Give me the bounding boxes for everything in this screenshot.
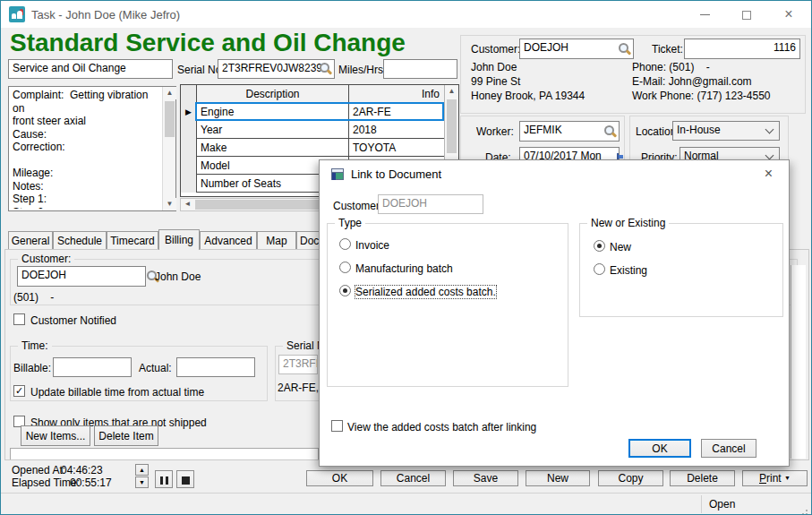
dialog-customer-label: Customer:	[333, 200, 382, 212]
tab-schedule[interactable]: Schedule	[53, 231, 107, 249]
close-icon: ×	[765, 166, 773, 181]
customer-street: 99 Pine St	[471, 75, 520, 88]
radio-new-label[interactable]: New	[610, 241, 631, 253]
actual-label: Actual:	[139, 362, 172, 374]
dialog-close-button[interactable]: ×	[748, 160, 789, 187]
minimize-button[interactable]	[684, 1, 725, 28]
resize-grip[interactable]	[806, 510, 808, 511]
radio-manufacturing-batch[interactable]	[339, 262, 351, 273]
check-icon: ✓	[15, 385, 23, 396]
serial-number-info: 2AR-FE, 2	[278, 382, 319, 394]
time-group-label: Time:	[18, 339, 52, 352]
pause-timer-button[interactable]	[155, 470, 173, 488]
print-button-label: Print	[759, 472, 782, 485]
elapsed-time-value: 00:55:17	[70, 476, 112, 489]
close-button[interactable]: ×	[768, 1, 809, 28]
dialog-cancel-button[interactable]: Cancel	[701, 439, 756, 458]
view-after-linking-label: View the added costs batch after linking	[347, 421, 536, 433]
delete-item-button[interactable]: Delete Item	[94, 425, 158, 446]
dialog-title: Link to Document	[351, 167, 441, 181]
save-button[interactable]: Save	[453, 470, 518, 486]
notes-box[interactable]: Complaint: Getting vibration on front st…	[8, 86, 176, 211]
row-selector[interactable]	[181, 121, 197, 139]
customer-code-input[interactable]: DOEJOH	[519, 39, 634, 59]
ok-button[interactable]: OK	[306, 470, 373, 486]
tab-advanced[interactable]: Advanced	[200, 231, 257, 249]
radio-manufacturing-batch-label[interactable]: Manufacturing batch	[355, 262, 453, 275]
stop-timer-button[interactable]	[176, 470, 194, 488]
grid-col-description[interactable]: Description	[197, 85, 349, 103]
table-row[interactable]: ▶ Engine 2AR-FE	[181, 103, 444, 121]
grid-cell-info[interactable]: 2018	[349, 121, 444, 139]
ticket-label: Ticket:	[652, 43, 683, 56]
view-after-linking-checkbox[interactable]	[331, 420, 343, 432]
serial-no-input[interactable]: 2T3RFREV0JW82392	[218, 59, 335, 79]
grid-cell-description[interactable]: Year	[197, 121, 349, 139]
radio-existing-label[interactable]: Existing	[610, 264, 647, 277]
print-button[interactable]: Print ▼	[742, 470, 808, 486]
ticket-input[interactable]: 1116	[684, 39, 800, 59]
task-type-input[interactable]: Service and Oil Change	[8, 59, 173, 79]
status-text: Open	[709, 498, 735, 511]
radio-new[interactable]	[594, 240, 605, 252]
customer-search-icon[interactable]	[618, 42, 631, 56]
window-title: Task - John Doe (Mike Jefro)	[31, 8, 180, 21]
dialog-ok-button[interactable]: OK	[628, 439, 691, 458]
serial-search-icon[interactable]	[319, 62, 332, 75]
tab-timecard[interactable]: Timecard	[107, 231, 158, 249]
scroll-left-icon[interactable]: ◄	[181, 199, 194, 210]
tab-billing[interactable]: Billing	[158, 229, 200, 250]
radio-serialized-added-costs-label[interactable]: Serialized added costs batch.	[355, 286, 496, 298]
worker-search-icon[interactable]	[603, 124, 617, 138]
items-list[interactable]	[10, 448, 319, 459]
cancel-button[interactable]: Cancel	[380, 470, 446, 486]
miles-hrs-input[interactable]	[383, 59, 457, 79]
customer-work-phone: Work Phone: (717) 123-4550	[632, 90, 771, 102]
customer-notified-checkbox[interactable]	[13, 313, 25, 325]
customer-panel: Customer: DOEJOH Ticket: 1116 John Doe 9…	[460, 35, 806, 114]
row-selector[interactable]	[181, 139, 197, 157]
scroll-up-icon[interactable]: ▲	[163, 87, 176, 99]
radio-serialized-added-costs[interactable]	[339, 285, 351, 296]
chevron-down-icon	[765, 151, 774, 160]
customer-name: John Doe	[471, 61, 517, 73]
items-list-right-edge	[791, 265, 806, 459]
billing-customer-phone: (501) -	[13, 291, 54, 304]
grid-cell-description[interactable]: Make	[197, 139, 349, 157]
update-billable-checkbox[interactable]: ✓	[13, 385, 25, 397]
status-bar: Open	[1, 493, 811, 514]
copy-button[interactable]: Copy	[598, 470, 663, 486]
tab-map[interactable]: Map	[257, 231, 296, 249]
row-selector[interactable]	[181, 175, 197, 193]
new-button[interactable]: New	[526, 470, 590, 486]
customer-city: Honey Brook, PA 19344	[471, 90, 585, 102]
grid-cell-info[interactable]: TOYOTA	[349, 139, 444, 157]
billing-customer-input[interactable]: DOEJOH	[17, 266, 146, 287]
time-spinner-up[interactable]: ▲	[135, 464, 149, 476]
new-items-button[interactable]: New Items...	[21, 425, 90, 446]
tab-general[interactable]: General	[8, 231, 53, 249]
grid-cell-description[interactable]: Engine	[197, 103, 349, 121]
table-row[interactable]: Year 2018	[181, 121, 444, 139]
delete-button[interactable]: Delete	[670, 470, 735, 486]
scroll-down-icon[interactable]: ▼	[163, 198, 176, 210]
radio-existing[interactable]	[594, 263, 605, 275]
scroll-thumb[interactable]	[447, 99, 457, 153]
notes-scrollbar[interactable]: ▲ ▼	[162, 87, 175, 210]
billable-input[interactable]	[53, 357, 132, 377]
scroll-up-icon[interactable]: ▲	[445, 85, 458, 98]
grid-cell-info[interactable]: 2AR-FE	[349, 103, 444, 121]
customer-notified-label: Customer Notified	[30, 314, 116, 327]
page-title: Standard Service and Oil Change	[10, 29, 406, 57]
radio-invoice[interactable]	[339, 238, 351, 250]
radio-invoice-label[interactable]: Invoice	[355, 239, 389, 252]
row-selector[interactable]	[181, 157, 197, 175]
maximize-button[interactable]	[726, 1, 767, 28]
table-row[interactable]: Make TOYOTA	[181, 139, 444, 157]
location-select[interactable]: In-House	[672, 121, 780, 141]
scroll-thumb[interactable]	[165, 101, 175, 137]
chevron-down-icon	[765, 125, 774, 134]
time-spinner-down[interactable]: ▼	[135, 476, 149, 488]
actual-input[interactable]	[176, 357, 255, 377]
grid-col-info[interactable]: Info	[349, 85, 444, 103]
